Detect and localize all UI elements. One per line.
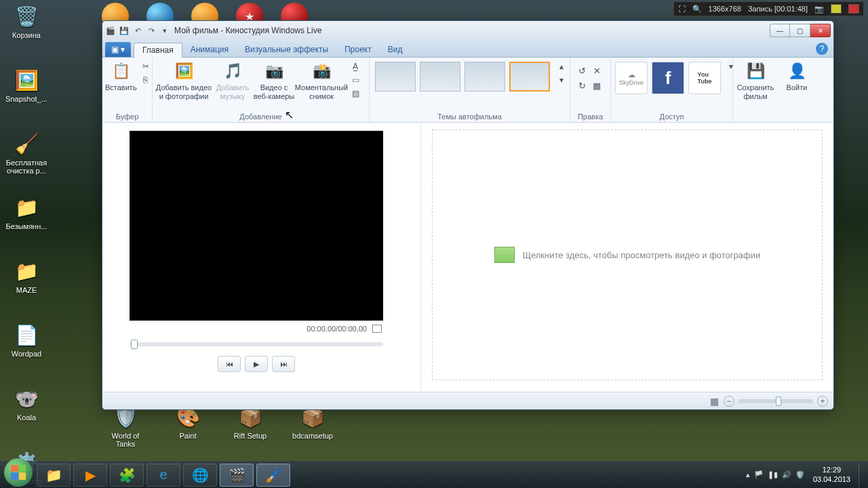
add-videos-button[interactable]: 🖼️Добавить видео и фотографии	[155, 59, 212, 100]
desktop-icon[interactable]: 📁MAZE	[3, 258, 50, 319]
ribbon-group-label: Правка	[573, 112, 608, 122]
copy-icon[interactable]: ⎘	[140, 74, 152, 86]
gallery-expand-icon[interactable]: ▾	[555, 74, 568, 86]
rotate-right-icon[interactable]: ↻	[576, 79, 588, 92]
tray-network-icon[interactable]: ❚▮	[768, 470, 778, 479]
undo-icon[interactable]: ↶	[132, 25, 143, 36]
qat-dropdown-icon[interactable]: ▾	[159, 25, 170, 36]
taskbar-app[interactable]: 🧩	[110, 464, 144, 487]
desktop-icon[interactable]: 🛡️World of Tanks	[102, 403, 149, 464]
theme-thumbnail[interactable]	[509, 62, 550, 92]
show-desktop-button[interactable]	[859, 464, 864, 487]
ribbon-group-label: Доступ	[614, 112, 730, 122]
tray-security-icon[interactable]: 🛡️	[795, 470, 805, 479]
tray-clock[interactable]: 12:2903.04.2013	[809, 466, 854, 483]
paste-button[interactable]: 📋Вставить	[105, 59, 137, 92]
play-button[interactable]: ▶	[245, 356, 268, 372]
stop-button[interactable]	[848, 4, 859, 14]
tab-animation[interactable]: Анимация	[182, 42, 237, 57]
tab-visual-effects[interactable]: Визуальные эффекты	[237, 42, 336, 57]
fullscreen-button[interactable]	[372, 325, 382, 333]
seek-slider[interactable]	[130, 342, 383, 346]
thumbnails-view-icon[interactable]: ▦	[709, 396, 719, 407]
desktop-icon[interactable]: 🗑️Корзина	[3, 3, 50, 64]
taskbar-wmp[interactable]: ▶	[73, 464, 107, 487]
desktop-icon[interactable]: 🧹Бесплатная очистка р...	[3, 130, 50, 191]
prev-frame-button[interactable]: ⏮	[218, 356, 241, 372]
close-button[interactable]: ✕	[810, 24, 831, 37]
desktop-icon[interactable]: 🐨Koala	[3, 385, 50, 446]
taskbar-moviemaker[interactable]: 🎬	[220, 464, 254, 487]
pause-button[interactable]	[831, 4, 842, 14]
select-all-icon[interactable]: ▦	[591, 79, 603, 92]
tray-volume-icon[interactable]: 🔊	[782, 470, 791, 479]
scroll-up-icon[interactable]: ▴	[555, 60, 568, 73]
tray-flag-icon[interactable]: 🏳️	[754, 470, 764, 479]
ribbon-group-label: Добавление	[155, 112, 366, 122]
ribbon-tabs: ▣ ▾ Главная Анимация Визуальные эффекты …	[102, 40, 833, 58]
theme-thumbnail[interactable]	[420, 62, 460, 92]
file-tab[interactable]: ▣ ▾	[105, 42, 131, 57]
taskbar-app2[interactable]: 🖌️	[256, 464, 290, 487]
desktop-icon[interactable]: 🎨Paint	[164, 403, 212, 464]
zoom-in-button[interactable]: +	[817, 396, 828, 407]
webcam-button[interactable]: 📷Видео с веб-камеры	[253, 59, 295, 100]
timecode: 00:00,00/00:00,00	[130, 321, 383, 337]
resolution-label: 1366x768	[709, 5, 741, 13]
ribbon: 📋Вставить ✂ ⎘ Буфер 🖼️Добавить видео и ф…	[102, 58, 833, 123]
maximize-icon[interactable]: ⛶	[678, 5, 686, 13]
taskbar-explorer[interactable]: 📁	[37, 464, 71, 487]
caption-icon[interactable]: ▭	[349, 74, 361, 86]
movie-maker-window: 🎬 💾 ↶ ↷ ▾ Мой фильм - Киностудия Windows…	[102, 20, 834, 410]
theme-thumbnail[interactable]	[375, 62, 416, 92]
window-title: Мой фильм - Киностудия Windows Live	[174, 26, 770, 35]
film-icon	[494, 247, 515, 263]
zoom-slider[interactable]	[738, 399, 813, 403]
maximize-button[interactable]: ▢	[790, 24, 810, 37]
cut-icon[interactable]: ✂	[140, 60, 152, 73]
signin-button[interactable]: 👤Войти	[781, 59, 813, 92]
ribbon-group-label: Буфер	[105, 112, 149, 122]
screen-recorder-bar: ⛶ 🔍 1366x768 Запись [00:01:48] 📷	[673, 1, 864, 16]
rotate-left-icon[interactable]: ↺	[576, 64, 588, 77]
next-frame-button[interactable]: ⏭	[272, 356, 295, 372]
tab-home[interactable]: Главная	[134, 43, 182, 58]
ribbon-group-label: Темы автофильма	[372, 112, 567, 122]
taskbar-ie[interactable]: e	[146, 464, 180, 487]
skydrive-button[interactable]: ☁SkyDrive	[615, 62, 648, 94]
desktop-icon[interactable]: 🖼️Snapshot_...	[3, 66, 50, 127]
tab-project[interactable]: Проект	[336, 42, 380, 57]
taskbar-chrome[interactable]: 🌐	[183, 464, 217, 487]
app-icon[interactable]: 🎬	[105, 25, 116, 36]
desktop-icon[interactable]: 📦Rift Setup	[226, 403, 274, 464]
dropzone-hint: Щелкните здесь, чтобы просмотреть видео …	[523, 250, 761, 260]
tray-up-icon[interactable]: ▴	[746, 470, 750, 479]
search-icon[interactable]: 🔍	[692, 5, 702, 14]
zoom-out-button[interactable]: −	[724, 396, 734, 407]
youtube-button[interactable]: YouTube	[688, 62, 721, 94]
taskbar: 📁 ▶ 🧩 e 🌐 🎬 🖌️ ▴ 🏳️ ❚▮ 🔊 🛡️ 12:2903.04.2…	[0, 461, 868, 488]
desktop-icon[interactable]: 📄Wordpad	[3, 321, 50, 382]
start-button[interactable]	[4, 458, 33, 487]
save-movie-button[interactable]: 💾Сохранить фильм	[736, 59, 775, 100]
title-icon[interactable]: A̲	[349, 60, 361, 73]
add-music-button: 🎵Добавить музыку	[214, 59, 252, 100]
desktop-icon[interactable]: 📦bdcamsetup	[289, 403, 336, 464]
snapshot-button[interactable]: 📸Моментальный снимок	[296, 59, 347, 100]
tab-view[interactable]: Вид	[380, 42, 411, 57]
delete-icon[interactable]: ✕	[591, 64, 603, 77]
theme-thumbnail[interactable]	[465, 62, 505, 92]
storyboard-dropzone[interactable]: Щелкните здесь, чтобы просмотреть видео …	[432, 129, 823, 380]
title-bar[interactable]: 🎬 💾 ↶ ↷ ▾ Мой фильм - Киностудия Windows…	[102, 21, 833, 40]
facebook-button[interactable]: f	[652, 62, 684, 94]
camera-icon[interactable]: 📷	[814, 5, 824, 14]
video-preview	[130, 131, 383, 321]
redo-icon[interactable]: ↷	[146, 25, 157, 36]
credits-icon[interactable]: ▤	[349, 87, 361, 100]
save-icon[interactable]: 💾	[119, 25, 130, 36]
seek-knob[interactable]	[131, 340, 138, 349]
help-button[interactable]: ?	[816, 43, 828, 55]
desktop-icon[interactable]: 📁Безымянн...	[3, 194, 50, 255]
minimize-button[interactable]: —	[770, 24, 790, 37]
